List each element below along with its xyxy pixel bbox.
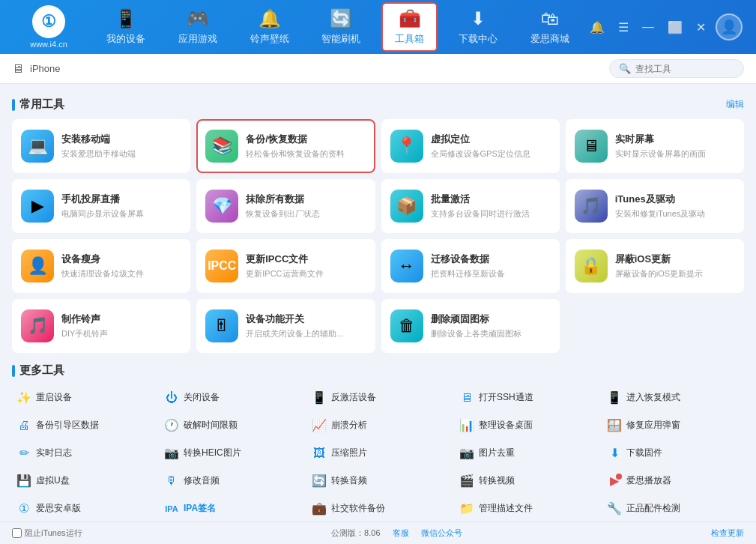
device-switch-name: 设备功能开关 bbox=[246, 312, 366, 326]
maximize-button[interactable]: ⬜ bbox=[664, 19, 686, 36]
more-tool-virtual-udisk[interactable]: 💾 虚拟U盘 bbox=[12, 468, 154, 493]
open-ssh-icon: 🖥 bbox=[459, 391, 474, 405]
deactivate-label: 反激活设备 bbox=[331, 391, 376, 404]
tool-device-slim[interactable]: 👤 设备瘦身 快速清理设备垃圾文件 bbox=[12, 239, 190, 293]
more-tool-convert-heic[interactable]: 📷 转换HEIC图片 bbox=[160, 441, 301, 465]
more-tool-ipa-sign[interactable]: IPA IPA签名 bbox=[160, 496, 301, 521]
search-input[interactable] bbox=[635, 64, 740, 74]
notification-icon[interactable]: 🔔 bbox=[586, 19, 608, 36]
more-tool-convert-audio[interactable]: 🔄 转换音频 bbox=[307, 468, 449, 493]
remove-dupe-photo-icon: 📷 bbox=[459, 446, 474, 460]
logo[interactable]: ① www.i4.cn bbox=[7, 5, 90, 49]
more-tool-backup-guide[interactable]: 🖨 备份引导区数据 bbox=[12, 413, 154, 438]
update-ipcc-name: 更新IPCC文件 bbox=[246, 253, 366, 266]
fix-app-popup-icon: 🪟 bbox=[607, 418, 622, 432]
tool-update-ipcc[interactable]: IPCC 更新IPCC文件 更新IPCC运营商文件 bbox=[196, 239, 375, 293]
minimize-button[interactable]: — bbox=[638, 19, 658, 35]
manage-profile-icon: 📁 bbox=[459, 501, 474, 516]
block-itunes-check[interactable] bbox=[12, 528, 22, 538]
tool-device-switch[interactable]: 🎚 设备功能开关 开启或关闭设备上的辅助... bbox=[196, 299, 375, 353]
download-icon: ⬇ bbox=[471, 8, 486, 29]
migrate-data-icon: ↔ bbox=[390, 250, 423, 282]
nav-smart-flash[interactable]: 🔄 智能刷机 bbox=[309, 4, 372, 50]
erase-data-desc: 恢复设备到出厂状态 bbox=[246, 208, 366, 220]
block-ios-icon: 🔒 bbox=[575, 250, 608, 282]
install-mobile-name: 安装移动端 bbox=[61, 133, 181, 146]
tool-block-ios[interactable]: 🔒 屏蔽iOS更新 屏蔽设备的iOS更新提示 bbox=[566, 239, 744, 293]
nav-store-label: 爱思商城 bbox=[530, 32, 569, 46]
close-button[interactable]: ✕ bbox=[692, 19, 710, 36]
wechat-link[interactable]: 微信公众号 bbox=[421, 528, 462, 539]
download-firmware-label: 下载固件 bbox=[626, 447, 662, 459]
more-tool-shutdown[interactable]: ⏻ 关闭设备 bbox=[160, 385, 301, 410]
tool-realtime-screen[interactable]: 🖥 实时屏幕 实时显示设备屏幕的画面 bbox=[566, 119, 744, 173]
nav-store[interactable]: 🛍 爱思商城 bbox=[518, 4, 581, 50]
more-tool-aisi-android[interactable]: ① 爱思安卓版 bbox=[12, 496, 154, 521]
make-ringtone-icon: 🎵 bbox=[21, 309, 54, 342]
more-tool-manage-profile[interactable]: 📁 管理描述文件 bbox=[455, 496, 596, 521]
tool-delete-stubborn[interactable]: 🗑 删除顽固图标 删除设备上各类顽固图标 bbox=[381, 299, 560, 353]
nav-download-label: 下载中心 bbox=[459, 32, 498, 46]
nav-my-device[interactable]: 📱 我的设备 bbox=[94, 4, 157, 50]
more-tool-convert-video[interactable]: 🎬 转换视频 bbox=[455, 468, 596, 493]
more-tool-remove-dupe-photo[interactable]: 📷 图片去重 bbox=[455, 441, 596, 465]
logo-url: www.i4.cn bbox=[30, 40, 67, 49]
tool-backup-restore[interactable]: 📚 备份/恢复数据 轻松备份和恢复设备的资料 bbox=[196, 119, 375, 173]
more-tool-download-firmware[interactable]: ⬇ 下载固件 bbox=[602, 441, 744, 465]
more-tool-social-backup[interactable]: 💼 社交软件备份 bbox=[307, 496, 449, 521]
nav-toolbox[interactable]: 🧰 工具箱 bbox=[381, 2, 438, 52]
block-itunes-checkbox[interactable]: 阻止iTunes运行 bbox=[12, 528, 82, 539]
main-nav: 📱 我的设备 🎮 应用游戏 🔔 铃声壁纸 🔄 智能刷机 🧰 工具箱 ⬇ 下载中心… bbox=[90, 2, 586, 52]
tool-phone-cast[interactable]: ▶ 手机投屏直播 电脑同步显示设备屏幕 bbox=[12, 179, 190, 233]
realtime-screen-name: 实时屏幕 bbox=[615, 133, 735, 146]
deactivate-icon: 📱 bbox=[312, 390, 327, 405]
tool-make-ringtone[interactable]: 🎵 制作铃声 DIY手机铃声 bbox=[12, 299, 190, 353]
bottom-left: 阻止iTunes运行 bbox=[12, 528, 82, 539]
tool-batch-activate[interactable]: 📦 批量激活 支持多台设备同时进行激活 bbox=[381, 179, 560, 233]
more-tool-reboot[interactable]: ✨ 重启设备 bbox=[12, 385, 154, 410]
nav-download[interactable]: ⬇ 下载中心 bbox=[447, 4, 509, 50]
break-time-icon: 🕐 bbox=[164, 418, 179, 432]
phone-cast-icon: ▶ bbox=[21, 190, 54, 223]
more-tool-genuine-parts[interactable]: 🔧 正品配件检测 bbox=[602, 496, 744, 521]
crash-analysis-icon: 📈 bbox=[312, 418, 327, 432]
tool-migrate-data[interactable]: ↔ 迁移设备数据 把资料迁移至新设备 bbox=[381, 239, 560, 293]
tool-virtual-location[interactable]: 📍 虚拟定位 全局修改设备GPS定位信息 bbox=[381, 119, 560, 173]
device-switch-icon: 🎚 bbox=[205, 309, 238, 342]
nav-app-game[interactable]: 🎮 应用游戏 bbox=[166, 4, 229, 50]
convert-heic-label: 转换HEIC图片 bbox=[184, 447, 241, 459]
search-icon: 🔍 bbox=[619, 63, 631, 74]
more-tool-fix-app-popup[interactable]: 🪟 修复应用弹窗 bbox=[602, 413, 744, 438]
tool-install-mobile[interactable]: 💻 安装移动端 安装爱思助手移动端 bbox=[12, 119, 190, 173]
user-avatar[interactable]: 👤 bbox=[716, 13, 743, 40]
more-tool-crash-analysis[interactable]: 📈 崩溃分析 bbox=[307, 413, 449, 438]
erase-data-icon: 💎 bbox=[205, 190, 238, 223]
itunes-driver-icon: 🎵 bbox=[575, 190, 608, 223]
remove-dupe-photo-label: 图片去重 bbox=[479, 447, 515, 459]
customer-service-link[interactable]: 客服 bbox=[393, 528, 409, 539]
edit-button[interactable]: 编辑 bbox=[726, 98, 744, 111]
more-tool-recovery[interactable]: 📱 进入恢复模式 bbox=[602, 385, 744, 410]
tool-itunes-driver[interactable]: 🎵 iTunes及驱动 安装和修复iTunes及驱动 bbox=[566, 179, 744, 233]
section-bar bbox=[12, 99, 15, 111]
convert-video-label: 转换视频 bbox=[479, 474, 515, 487]
more-tool-fix-audio[interactable]: 🎙 修改音频 bbox=[160, 468, 301, 493]
tool-erase-data[interactable]: 💎 抹除所有数据 恢复设备到出厂状态 bbox=[196, 179, 375, 233]
more-tool-deactivate[interactable]: 📱 反激活设备 bbox=[307, 385, 449, 410]
search-box[interactable]: 🔍 bbox=[609, 59, 744, 78]
nav-ringtone[interactable]: 🔔 铃声壁纸 bbox=[238, 4, 301, 50]
delete-stubborn-desc: 删除设备上各类顽固图标 bbox=[431, 328, 551, 339]
more-tool-organize-desktop[interactable]: 📊 整理设备桌面 bbox=[455, 413, 596, 438]
more-tool-realtime-log[interactable]: ✏ 实时日志 bbox=[12, 441, 154, 465]
device-slim-desc: 快速清理设备垃圾文件 bbox=[61, 268, 181, 279]
more-tool-aisi-player[interactable]: ▶ 爱思播放器 bbox=[602, 468, 744, 493]
menu-icon[interactable]: ☰ bbox=[614, 19, 632, 36]
more-tool-compress-photo[interactable]: 🖼 压缩照片 bbox=[307, 441, 449, 465]
check-update-link[interactable]: 检查更新 bbox=[711, 528, 744, 539]
smart-flash-icon: 🔄 bbox=[330, 8, 352, 29]
more-tool-break-time[interactable]: 🕐 破解时间限额 bbox=[160, 413, 301, 438]
nav-smart-flash-label: 智能刷机 bbox=[321, 32, 360, 46]
virtual-location-name: 虚拟定位 bbox=[431, 133, 551, 146]
more-tool-open-ssh[interactable]: 🖥 打开SSH通道 bbox=[455, 385, 596, 410]
backup-guide-icon: 🖨 bbox=[16, 419, 31, 432]
